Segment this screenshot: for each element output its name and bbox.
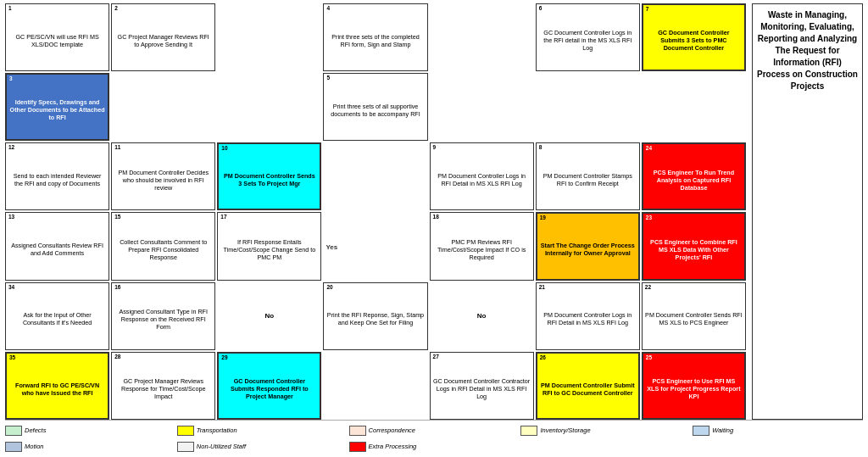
box-15: 15 Collect Consultants Comment to Prepar… xyxy=(111,212,215,280)
box-10: 10 PM Document Controller Sends 3 Sets T… xyxy=(217,142,321,210)
box-3: 3 Identify Specs, Drawings and Other Doc… xyxy=(5,73,109,141)
main-wrapper: 1 GC PE/SC/VN will use RFI MS XLS/DOC te… xyxy=(0,0,868,457)
legend-motion: Motion xyxy=(5,439,175,454)
box-6: 6 GC Document Controller Logs in the RFI… xyxy=(536,3,640,71)
box-19: 19 Start The Change Order Process Intern… xyxy=(536,212,640,280)
box-17: 17 If RFI Response Entails Time/Cost/Sco… xyxy=(217,212,321,280)
legend-defects: Defects xyxy=(5,423,175,437)
box-21: 21 PM Document Controller Logs in RFI De… xyxy=(536,282,640,350)
box-empty-r2c7 xyxy=(642,73,746,141)
box-28: 28 GC Project Manager Reviews Response f… xyxy=(111,352,215,420)
non-utilized-swatch xyxy=(177,442,194,452)
box-7: 7 GC Document Controller Submits 3 Sets … xyxy=(642,3,746,71)
box-empty-r2c2 xyxy=(111,73,215,141)
box-5: 5 Print three sets of all supportive doc… xyxy=(323,73,427,141)
box-8: 8 PM Document Controller Stamps RFI to C… xyxy=(536,142,640,210)
motion-swatch xyxy=(5,442,22,452)
box-empty-r2c3 xyxy=(217,73,321,141)
page-title: Waste in Managing, Monitoring, Evaluatin… xyxy=(752,3,863,420)
inventory-swatch xyxy=(520,426,537,436)
legend-extra-processing: Extra Processing xyxy=(349,439,520,454)
legend-transportation: Transportation xyxy=(177,423,348,437)
box-22: 22 PM Document Controller Sends RFI MS X… xyxy=(642,282,746,350)
box-25: 25 PCS Engineer to Use RFI MS XLS for Pr… xyxy=(642,352,746,420)
box-empty-r3c4 xyxy=(323,142,427,210)
box-2: 2 GC Project Manager Reviews RFI to Appr… xyxy=(111,3,215,71)
box-1: 1 GC PE/SC/VN will use RFI MS XLS/DOC te… xyxy=(5,3,109,71)
box-empty-r1c3 xyxy=(217,3,321,71)
box-26: 26 PM Document Controller Submit RFI to … xyxy=(536,352,640,420)
box-16: 16 Assigned Consultant Type in RFI Respo… xyxy=(111,282,215,350)
box-24: 24 PCS Engineer To Run Trend Analysis on… xyxy=(642,142,746,210)
box-empty-r6c4 xyxy=(323,352,427,420)
box-empty-r1c5 xyxy=(430,3,534,71)
transportation-swatch xyxy=(177,426,194,436)
side-panel: Waste in Managing, Monitoring, Evaluatin… xyxy=(748,3,863,420)
box-empty-r5c3: No xyxy=(217,282,321,350)
defects-swatch xyxy=(5,426,22,436)
flow-grid: 1 GC PE/SC/VN will use RFI MS XLS/DOC te… xyxy=(5,3,746,420)
box-35: 35 Forward RFI to GC PE/SC/VN who have I… xyxy=(5,352,109,420)
box-13: 13 Assigned Consultants Review RFI and A… xyxy=(5,212,109,280)
waiting-swatch xyxy=(693,426,709,436)
box-yes1: Yes xyxy=(323,212,427,280)
box-4: 4 Print three sets of the completed RFI … xyxy=(323,3,427,71)
box-11: 11 PM Document Controller Decides who sh… xyxy=(111,142,215,210)
legend-inventory: Inventory/Storage xyxy=(520,423,691,437)
box-27: 27 GC Document Controller Contractor Log… xyxy=(430,352,534,420)
top-area: 1 GC PE/SC/VN will use RFI MS XLS/DOC te… xyxy=(5,3,863,420)
box-9: 9 PM Document Controller Logs in RFI Det… xyxy=(430,142,534,210)
correspondence-swatch xyxy=(349,426,366,436)
box-empty-r5c5: No xyxy=(430,282,534,350)
box-18: 18 PMC PM Reviews RFI Time/Cost/Scope Im… xyxy=(430,212,534,280)
legend: Defects Transportation Correspondence In… xyxy=(5,420,863,454)
box-29: 29 GC Document Controller Submits Respon… xyxy=(217,352,321,420)
legend-waiting: Waiting xyxy=(693,423,863,437)
legend-non-utilized: Non-Utilized Staff xyxy=(177,439,348,454)
legend-correspondence: Correspondence xyxy=(349,423,520,437)
box-34: 34 Ask for the Input of Other Consultant… xyxy=(5,282,109,350)
box-20: 20 Print the RFI Reponse, Sign, Stamp an… xyxy=(323,282,427,350)
box-empty-r2c6 xyxy=(536,73,640,141)
extra-processing-swatch xyxy=(349,442,366,452)
box-23: 23 PCS Engineer to Combine RFI MS XLS Da… xyxy=(642,212,746,280)
box-12: 12 Send to each intended Reviewer the RF… xyxy=(5,142,109,210)
box-empty-r2c5 xyxy=(430,73,534,141)
